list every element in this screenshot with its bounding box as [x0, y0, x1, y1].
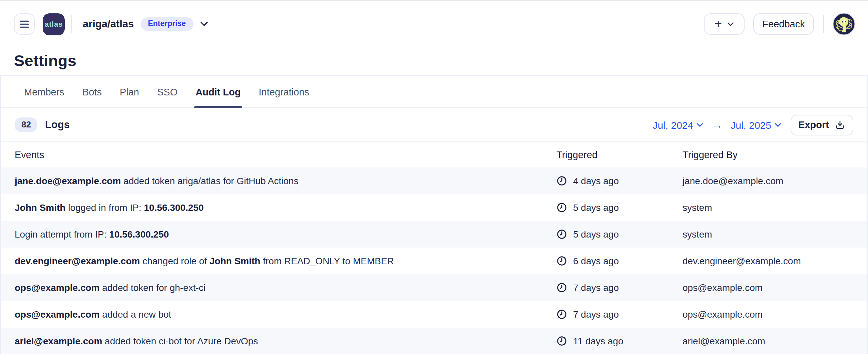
event-cell: ariel@example.com added token ci-bot for…: [1, 336, 556, 346]
topbar-divider: [71, 16, 72, 33]
triggered-time: 6 days ago: [573, 256, 619, 266]
feedback-button[interactable]: Feedback: [753, 13, 814, 35]
hamburger-icon: [19, 20, 29, 28]
triggered-by-cell: system: [683, 229, 867, 240]
event-cell: ops@example.com added a new bot: [1, 309, 556, 320]
org-name: ariga/atlas: [83, 18, 134, 30]
tab-audit-log[interactable]: Audit Log: [194, 76, 242, 108]
hamburger-menu-button[interactable]: [14, 13, 35, 35]
topbar-divider: [823, 16, 824, 33]
event-cell: Login attempt from IP: 10.56.300.250: [1, 229, 556, 240]
logs-title-group: 82 Logs: [15, 117, 70, 132]
date-to-dropdown[interactable]: Jul, 2025: [731, 119, 781, 130]
settings-card: MembersBotsPlanSSOAudit LogIntegrations …: [0, 76, 868, 354]
page-title: Settings: [14, 52, 76, 70]
triggered-by-cell: dev.engineer@example.com: [683, 256, 867, 266]
tab-list: MembersBotsPlanSSOAudit LogIntegrations: [1, 76, 867, 108]
chevron-down-icon: [200, 21, 208, 27]
plan-badge: Enterprise: [141, 17, 193, 31]
triggered-time: 11 days ago: [573, 336, 623, 346]
clock-icon: [556, 256, 567, 266]
plus-icon: +: [715, 17, 722, 30]
triggered-cell: 11 days ago: [556, 336, 683, 346]
chevron-down-icon: [775, 122, 781, 127]
clock-icon: [556, 229, 567, 240]
date-to-value: Jul, 2025: [731, 119, 771, 130]
user-avatar[interactable]: [833, 13, 855, 35]
event-cell: jane.doe@example.com added token ariga/a…: [1, 176, 556, 186]
triggered-time: 7 days ago: [573, 282, 619, 293]
add-new-button[interactable]: +: [704, 13, 745, 35]
triggered-time: 5 days ago: [573, 202, 619, 213]
clock-icon: [556, 336, 567, 346]
page-header: Settings: [0, 47, 868, 76]
triggered-by-cell: ops@example.com: [683, 282, 867, 293]
triggered-cell: 5 days ago: [556, 229, 683, 240]
triggered-by-cell: ops@example.com: [683, 309, 867, 320]
triggered-cell: 7 days ago: [556, 309, 683, 320]
logs-label: Logs: [45, 119, 70, 131]
org-switcher-chevron[interactable]: [200, 21, 208, 27]
event-cell: dev.engineer@example.com changed role of…: [1, 256, 556, 266]
clock-icon: [556, 282, 567, 293]
triggered-cell: 4 days ago: [556, 176, 683, 186]
tab-plan[interactable]: Plan: [118, 76, 141, 108]
column-header-triggered-by: Triggered By: [683, 149, 867, 160]
triggered-cell: 7 days ago: [556, 282, 683, 293]
app-window: atlas ariga/atlas Enterprise + Feedback: [0, 0, 868, 355]
table-row: ops@example.com added token for gh-ext-c…: [1, 274, 867, 301]
chevron-down-icon: [696, 122, 703, 127]
event-cell: John Smith logged in from IP: 10.56.300.…: [1, 202, 556, 213]
avatar-doodle-image: [833, 13, 855, 35]
table-row: jane.doe@example.com added token ariga/a…: [1, 168, 867, 194]
table-row: ariel@example.com added token ci-bot for…: [1, 328, 867, 354]
clock-icon: [556, 202, 567, 213]
triggered-cell: 6 days ago: [556, 256, 683, 266]
logs-controls: Jul, 2024 → Jul, 2025 Export: [652, 114, 853, 135]
arrow-right-icon: →: [711, 119, 722, 130]
table-row: John Smith logged in from IP: 10.56.300.…: [1, 194, 867, 221]
triggered-time: 4 days ago: [573, 176, 619, 186]
table-row: ops@example.com added a new bot 7 days a…: [1, 301, 867, 328]
clock-icon: [556, 176, 567, 186]
triggered-time: 5 days ago: [573, 229, 619, 240]
tab-integrations[interactable]: Integrations: [257, 76, 311, 108]
date-from-value: Jul, 2024: [652, 119, 693, 130]
top-bar: atlas ariga/atlas Enterprise + Feedback: [0, 1, 868, 47]
clock-icon: [556, 309, 567, 320]
logs-count-badge: 82: [15, 117, 38, 132]
atlas-logo[interactable]: atlas: [43, 13, 65, 35]
tab-sso[interactable]: SSO: [156, 76, 179, 108]
triggered-time: 7 days ago: [573, 309, 619, 320]
chevron-down-icon: [727, 22, 734, 26]
table-row: dev.engineer@example.com changed role of…: [1, 247, 867, 274]
column-header-events: Events: [1, 149, 556, 160]
export-button[interactable]: Export: [790, 114, 853, 135]
triggered-by-cell: system: [683, 202, 867, 213]
event-cell: ops@example.com added token for gh-ext-c…: [1, 282, 556, 293]
export-label: Export: [798, 119, 829, 130]
logs-header: 82 Logs Jul, 2024 → Jul, 2025 Export: [1, 108, 867, 142]
table-body: jane.doe@example.com added token ariga/a…: [1, 168, 867, 354]
triggered-by-cell: ariel@example.com: [683, 336, 867, 346]
table-row: Login attempt from IP: 10.56.300.250 5 d…: [1, 221, 867, 247]
tab-bots[interactable]: Bots: [81, 76, 103, 108]
download-icon: [835, 119, 846, 130]
triggered-cell: 5 days ago: [556, 202, 683, 213]
tab-members[interactable]: Members: [23, 76, 66, 108]
column-header-triggered: Triggered: [556, 149, 683, 160]
triggered-by-cell: jane.doe@example.com: [683, 176, 867, 186]
date-from-dropdown[interactable]: Jul, 2024: [652, 119, 703, 130]
table-header-row: Events Triggered Triggered By: [1, 142, 867, 168]
atlas-logo-text: atlas: [45, 20, 63, 28]
